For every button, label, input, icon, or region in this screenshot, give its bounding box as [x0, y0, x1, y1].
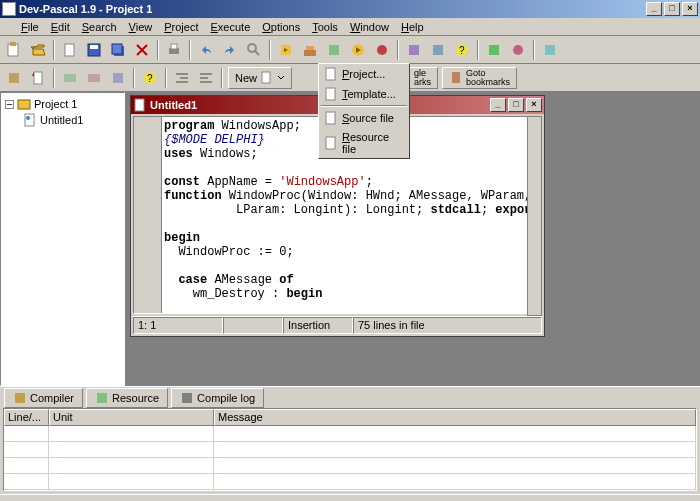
new-project-icon[interactable] — [3, 39, 25, 61]
menu-file[interactable]: File — [15, 19, 45, 35]
editor-maximize-button[interactable]: □ — [508, 98, 524, 112]
tab-resource[interactable]: Resource — [86, 388, 168, 408]
menubar: FileEditSearchViewProjectExecuteOptionsT… — [0, 18, 700, 36]
svg-rect-34 — [25, 114, 34, 126]
new-dropdown-button[interactable]: New — [228, 67, 292, 89]
tree-file[interactable]: Untitled1 — [22, 112, 121, 128]
toolbar-main: ? — [0, 36, 700, 64]
project-tree: − Project 1 Untitled1 — [0, 92, 125, 386]
tool2-icon[interactable] — [427, 39, 449, 61]
close-file-icon[interactable] — [131, 39, 153, 61]
toggle-bookmarks-label: glearks — [414, 69, 431, 87]
bookmark-goto-icon — [449, 71, 463, 85]
tree-root-label: Project 1 — [34, 98, 77, 110]
insert4-icon[interactable] — [83, 67, 105, 89]
menu-options[interactable]: Options — [256, 19, 306, 35]
bottom-tabs: CompilerResourceCompile log — [0, 386, 700, 408]
indent-icon[interactable] — [171, 67, 193, 89]
outdent-icon[interactable] — [195, 67, 217, 89]
tool3-icon[interactable] — [483, 39, 505, 61]
col-line[interactable]: Line/... — [4, 409, 49, 426]
maximize-button[interactable]: □ — [664, 2, 680, 16]
menu-help[interactable]: Help — [395, 19, 430, 35]
insert5-icon[interactable] — [107, 67, 129, 89]
tool5-icon[interactable] — [539, 39, 561, 61]
app-title: Dev-Pascal 1.9 - Project 1 — [19, 3, 152, 15]
dropdown-item-project-[interactable]: Project... — [319, 64, 409, 84]
editor-close-button[interactable]: × — [526, 98, 542, 112]
goto-bookmarks-button[interactable]: Goto bookmarks — [442, 67, 517, 89]
rebuild-icon[interactable] — [323, 39, 345, 61]
close-button[interactable]: × — [682, 2, 698, 16]
minimize-button[interactable]: _ — [646, 2, 662, 16]
tree-root[interactable]: − Project 1 — [4, 96, 121, 112]
tool4-icon[interactable] — [507, 39, 529, 61]
svg-rect-23 — [9, 73, 19, 83]
menu-project[interactable]: Project — [158, 19, 204, 35]
svg-text:?: ? — [459, 45, 465, 56]
new-file-icon[interactable] — [59, 39, 81, 61]
gutter — [134, 117, 162, 313]
insert2-icon[interactable] — [27, 67, 49, 89]
grid-row[interactable] — [4, 458, 696, 474]
compile-icon[interactable] — [275, 39, 297, 61]
goto-bookmarks-label: Goto bookmarks — [466, 69, 510, 87]
svg-rect-37 — [326, 68, 335, 80]
dropdown-item-source-file[interactable]: Source file — [319, 108, 409, 128]
dropdown-label: Resource file — [342, 131, 404, 155]
menu-edit[interactable]: Edit — [45, 19, 76, 35]
svg-rect-30 — [262, 72, 270, 83]
menu-search[interactable]: Search — [76, 19, 123, 35]
svg-rect-17 — [433, 45, 443, 55]
grid-row[interactable] — [4, 426, 696, 442]
grid-header: Line/... Unit Message — [4, 409, 696, 426]
insert3-icon[interactable] — [59, 67, 81, 89]
svg-rect-12 — [306, 46, 314, 50]
menu-view[interactable]: View — [123, 19, 159, 35]
save-all-icon[interactable] — [107, 39, 129, 61]
message-grid: Line/... Unit Message — [3, 408, 697, 491]
grid-row[interactable] — [4, 474, 696, 490]
dropdown-label: Template... — [342, 88, 396, 100]
dropdown-icon — [324, 87, 338, 101]
line-count: 75 lines in file — [353, 317, 542, 334]
dropdown-item-template-[interactable]: Template... — [319, 84, 409, 104]
tool1-icon[interactable] — [403, 39, 425, 61]
debug-icon[interactable] — [371, 39, 393, 61]
col-message[interactable]: Message — [214, 409, 696, 426]
editor-minimize-button[interactable]: _ — [490, 98, 506, 112]
build-icon[interactable] — [299, 39, 321, 61]
app-icon — [2, 2, 16, 16]
tab-compile-log[interactable]: Compile log — [171, 388, 264, 408]
grid-row[interactable] — [4, 442, 696, 458]
context-help-icon[interactable]: ? — [139, 67, 161, 89]
save-icon[interactable] — [83, 39, 105, 61]
scrollbar-vertical[interactable] — [527, 116, 542, 316]
chevron-down-icon — [277, 74, 285, 82]
open-icon[interactable] — [27, 39, 49, 61]
dropdown-item-resource-file[interactable]: Resource file — [319, 128, 409, 158]
print-icon[interactable] — [163, 39, 185, 61]
document-icon — [260, 71, 274, 85]
svg-rect-36 — [135, 99, 144, 111]
dropdown-icon — [324, 67, 338, 81]
undo-icon[interactable] — [195, 39, 217, 61]
help-icon[interactable]: ? — [451, 39, 473, 61]
svg-rect-24 — [34, 72, 42, 84]
svg-rect-33 — [18, 100, 30, 109]
find-icon[interactable] — [243, 39, 265, 61]
svg-rect-27 — [113, 73, 123, 83]
run-icon[interactable] — [347, 39, 369, 61]
dropdown-label: Project... — [342, 68, 385, 80]
tab-compiler[interactable]: Compiler — [4, 388, 83, 408]
svg-rect-26 — [88, 74, 100, 82]
svg-rect-42 — [97, 393, 107, 403]
menu-tools[interactable]: Tools — [306, 19, 344, 35]
menu-window[interactable]: Window — [344, 19, 395, 35]
svg-rect-11 — [304, 50, 316, 56]
editor-title-label: Untitled1 — [150, 99, 197, 111]
insert1-icon[interactable] — [3, 67, 25, 89]
col-unit[interactable]: Unit — [49, 409, 214, 426]
menu-execute[interactable]: Execute — [205, 19, 257, 35]
redo-icon[interactable] — [219, 39, 241, 61]
